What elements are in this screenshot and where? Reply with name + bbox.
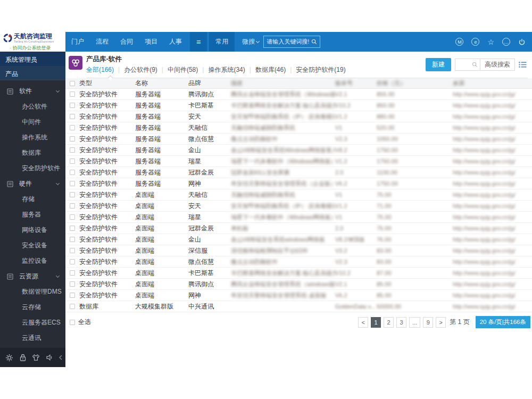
sidebar-item-安全防护软件[interactable]: 安全防护软件: [0, 161, 65, 176]
sidebar-module-product[interactable]: 产品: [0, 66, 65, 80]
search-placeholder: 请输入关键词搜!: [267, 38, 309, 46]
cell-name: 桌面端: [135, 213, 188, 222]
global-search-input[interactable]: 请输入关键词搜!: [263, 36, 320, 48]
select-all-checkbox[interactable]: [70, 320, 75, 325]
sidebar-section-硬件[interactable]: 硬件: [0, 176, 65, 192]
row-checkbox[interactable]: [70, 237, 75, 242]
sidebar-section-软件[interactable]: 软件: [0, 84, 65, 99]
sidebar-item-数据管理DMS[interactable]: 数据管理DMS: [0, 284, 65, 300]
header-checkbox[interactable]: [70, 81, 75, 86]
row-checkbox[interactable]: [70, 159, 75, 164]
row-checkbox[interactable]: [70, 259, 75, 264]
pagination-next-button[interactable]: >: [436, 317, 446, 328]
oa-login-link[interactable]: · 协同办公系统登录: [10, 45, 65, 52]
list-view-toggle-icon[interactable]: [519, 61, 527, 68]
collapse-chevron-icon[interactable]: [59, 355, 62, 360]
sidebar-item-操作系统[interactable]: 操作系统: [0, 130, 65, 145]
sidebar-item-安全设备[interactable]: 安全设备: [0, 238, 65, 253]
nav-item-4[interactable]: 项目: [139, 32, 163, 52]
row-checkbox[interactable]: [70, 170, 75, 175]
row-checkbox[interactable]: [70, 293, 75, 298]
sidebar-item-存储[interactable]: 存储: [0, 192, 65, 207]
cell-name: 服务器端: [135, 101, 188, 110]
tab-separator: |: [290, 66, 292, 73]
row-checkbox[interactable]: [70, 270, 75, 276]
table-row: 安全防护软件服务器端天融信天融信终端威胁防御系统V1520.00http://w…: [65, 122, 532, 134]
tab-全部(166)[interactable]: 全部(166): [86, 66, 114, 73]
cell-type: 安全防护软件: [79, 235, 135, 244]
pagination-prev-button[interactable]: <: [358, 317, 368, 328]
tab-安全防护软件(19)[interactable]: 安全防护软件(19): [296, 66, 345, 73]
row-checkbox[interactable]: [70, 226, 75, 231]
row-checkbox[interactable]: [70, 203, 75, 209]
cell-price: 71.00: [377, 203, 453, 209]
sidebar-item-办公软件[interactable]: 办公软件: [0, 99, 65, 114]
row-checkbox[interactable]: [70, 125, 75, 130]
nav-item-2[interactable]: 流程: [90, 32, 114, 52]
pagination-page-...[interactable]: ...: [409, 317, 420, 328]
row-checkbox[interactable]: [70, 103, 75, 108]
cell-source: http://www.qyjg.gov.cn/jg/: [453, 113, 532, 120]
power-logout-icon[interactable]: [518, 38, 526, 46]
row-checkbox[interactable]: [70, 281, 75, 287]
row-checkbox[interactable]: [70, 304, 75, 309]
cell-name: 服务器端: [135, 123, 188, 132]
nav-item-5[interactable]: 人事: [163, 32, 188, 52]
sound-speaker-icon[interactable]: [46, 354, 54, 361]
row-checkbox[interactable]: [70, 192, 75, 197]
advanced-search-button[interactable]: 高级搜索: [480, 59, 514, 70]
cell-name: 服务器端: [135, 168, 188, 177]
table-row: 数据库大规模集群版中兴通讯GoldenData v...50000.00http…: [65, 301, 532, 312]
nav-item-1[interactable]: 门户: [65, 32, 90, 52]
application-window: 天航咨询监理 Tianfang Info Consulting&Supervis…: [0, 32, 532, 367]
sidebar-item-中间件[interactable]: 中间件: [0, 114, 65, 130]
page-jump-value[interactable]: 1: [458, 318, 462, 326]
lock-icon[interactable]: [19, 354, 27, 362]
sidebar-item-云存储[interactable]: 云存储: [0, 300, 65, 315]
row-checkbox[interactable]: [70, 248, 75, 253]
tab-办公软件(9)[interactable]: 办公软件(9): [124, 66, 157, 73]
row-checkbox[interactable]: [70, 181, 75, 186]
sidebar-item-数据库[interactable]: 数据库: [0, 145, 65, 161]
pagination-page-1[interactable]: 1: [371, 317, 381, 328]
theme-shirt-icon[interactable]: [32, 354, 40, 361]
cell-source: http://www.qyjg.gov.cn/jg/: [453, 236, 532, 243]
nav-item-common[interactable]: 常用: [209, 32, 235, 52]
page-jump-prefix: 第: [450, 318, 456, 326]
pagination-page-9[interactable]: 9: [423, 317, 433, 328]
sidebar-item-监控设备[interactable]: 监控设备: [0, 253, 65, 269]
sidebar-item-云服务器ECS[interactable]: 云服务器ECS: [0, 315, 65, 330]
message-icon[interactable]: M: [455, 38, 463, 46]
table-search-input[interactable]: [455, 59, 480, 70]
row-checkbox[interactable]: [70, 114, 75, 119]
nav-hamburger-button[interactable]: ≡: [190, 32, 207, 52]
sidebar-role-label[interactable]: 系统管理员: [0, 52, 65, 66]
tab-中间件(58)[interactable]: 中间件(58): [168, 66, 198, 73]
new-button[interactable]: 新建: [426, 58, 451, 71]
wesearch-dropdown[interactable]: 微搜: [242, 32, 259, 52]
cell-description: 单机版: [231, 225, 335, 232]
cell-brand: 安天: [188, 202, 231, 211]
nav-item-3[interactable]: 合同: [114, 32, 139, 52]
pagination-page-2[interactable]: 2: [384, 317, 394, 328]
feedback-icon[interactable]: e: [471, 38, 479, 46]
favorite-star-icon[interactable]: ☆: [487, 38, 494, 46]
sidebar-item-云通讯[interactable]: 云通讯: [0, 330, 65, 346]
row-checkbox[interactable]: [70, 136, 75, 142]
pagination-page-3[interactable]: 3: [396, 317, 406, 328]
tab-数据库(46)[interactable]: 数据库(46): [255, 66, 286, 73]
sidebar-section-云资源[interactable]: 云资源: [0, 269, 65, 284]
table-row: 安全防护软件服务器端安天安天智甲终端防御系统（IP）·反病毒模块V1.2880.…: [65, 111, 532, 122]
cell-source: http://www.qyjg.gov.cn/jg/: [453, 270, 532, 276]
sidebar-item-服务器[interactable]: 服务器: [0, 207, 65, 222]
row-checkbox[interactable]: [70, 214, 75, 220]
sidebar-item-网络设备[interactable]: 网络设备: [0, 222, 65, 238]
tab-操作系统(34)[interactable]: 操作系统(34): [208, 66, 245, 73]
row-checkbox[interactable]: [70, 92, 75, 97]
row-checkbox[interactable]: [70, 147, 75, 153]
more-options-icon[interactable]: …: [502, 38, 510, 46]
settings-gear-icon[interactable]: [5, 354, 13, 362]
cell-price: 50000.00: [377, 303, 453, 310]
cell-name: 桌面端: [135, 257, 188, 267]
cell-version: V6.2: [335, 180, 377, 187]
